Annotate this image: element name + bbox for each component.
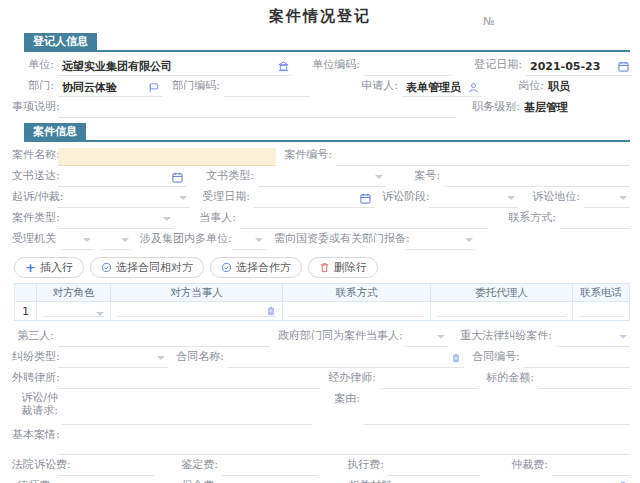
firm-label: 外聘律所:: [12, 370, 58, 389]
lawyer-fee-input[interactable]: [58, 479, 154, 483]
registrant-row-2: 部门: 协同云体验 部门编码: 申请人: 表单管理员 岗位: 职员: [12, 76, 630, 97]
chevron-down-icon: [507, 196, 515, 200]
case-code-input[interactable]: [336, 148, 630, 166]
user-icon[interactable]: [468, 82, 479, 93]
level-value: 基层管理: [524, 100, 568, 115]
party-input[interactable]: [240, 211, 488, 229]
clipboard-icon[interactable]: [451, 353, 461, 363]
chevron-down-icon: [163, 217, 171, 221]
agent-cell: [431, 301, 573, 320]
select-icon: [221, 262, 232, 273]
contract-code-input[interactable]: [524, 350, 630, 368]
sue-select[interactable]: [58, 190, 190, 208]
organ-select-1[interactable]: [62, 232, 94, 250]
case-name-row: 案件名称: 案件编号:: [12, 145, 630, 166]
doc-row: 文书送达: 文书类型: 案号:: [12, 166, 630, 187]
role-select[interactable]: [43, 304, 104, 317]
organ-select-2[interactable]: [100, 232, 132, 250]
pick-counterparty-button[interactable]: 选择合同相对方: [90, 257, 204, 278]
case-no-input[interactable]: [444, 169, 630, 187]
clipboard-icon[interactable]: [266, 306, 276, 316]
arbitration-fee-input[interactable]: [552, 458, 630, 476]
applicant-input[interactable]: 表单管理员: [402, 79, 482, 97]
cause-textarea[interactable]: [364, 389, 630, 425]
reg-date-input[interactable]: 2021-05-23: [526, 58, 632, 76]
department-icon[interactable]: [148, 82, 159, 93]
handling-lawyer-input[interactable]: [380, 371, 478, 389]
report-select[interactable]: [406, 232, 476, 250]
building-icon[interactable]: [278, 61, 289, 72]
role-cell: [37, 301, 111, 320]
handling-lawyer-label: 经办律师:: [328, 370, 380, 389]
calendar-icon[interactable]: [618, 61, 629, 72]
major-case-select[interactable]: [556, 329, 630, 347]
section-tab-registrant: 登记人信息: [24, 33, 97, 50]
party-name-input[interactable]: [117, 304, 276, 317]
row-contact-input[interactable]: [289, 304, 424, 317]
cause-label: 案由:: [330, 389, 364, 425]
phone-input[interactable]: [579, 304, 623, 317]
position-select[interactable]: [584, 190, 630, 208]
calendar-icon[interactable]: [360, 193, 371, 204]
gov-party-label: 政府部门同为案件当事人:: [278, 328, 404, 347]
dept-input[interactable]: 协同云体验: [58, 79, 162, 97]
pick-partner-button[interactable]: 选择合作方: [210, 257, 302, 278]
lawyer-row: 外聘律所: 经办律师: 标的金额:: [12, 368, 630, 389]
contract-name-input[interactable]: [228, 350, 464, 368]
firm-input[interactable]: [58, 371, 320, 389]
contract-name-label: 合同名称:: [176, 349, 228, 368]
report-label: 需向国资委或有关部门报备:: [274, 231, 406, 250]
note-input[interactable]: [58, 100, 456, 118]
chevron-down-icon: [375, 175, 383, 179]
facts-textarea[interactable]: [58, 425, 630, 455]
case-type-select[interactable]: [58, 211, 174, 229]
chevron-down-icon: [121, 238, 129, 242]
trash-icon: [319, 262, 330, 273]
contact-cell: [283, 301, 431, 320]
plus-icon: +: [25, 261, 36, 274]
contact-input[interactable]: [560, 211, 630, 229]
facts-row: 基本案情:: [12, 425, 630, 455]
parties-table: 对方角色 对方当事人 联系方式 委托代理人 联系电话 1: [14, 283, 630, 321]
dept-label: 部门:: [12, 78, 58, 97]
dispute-type-select[interactable]: [58, 350, 168, 368]
section-case: 案件信息: [24, 123, 630, 142]
insert-row-button[interactable]: + 插入行: [14, 257, 84, 278]
materials-input[interactable]: [400, 479, 630, 483]
doc-type-select[interactable]: [258, 169, 386, 187]
unit-code-input[interactable]: [364, 58, 452, 76]
multi-unit-select[interactable]: [232, 232, 266, 250]
chevron-down-icon: [619, 196, 627, 200]
gov-party-select[interactable]: [404, 329, 448, 347]
dept-value: 协同云体验: [62, 80, 117, 95]
chevron-down-icon: [157, 356, 165, 360]
execution-fee-label: 执行费:: [344, 457, 388, 476]
unit-code-label: 单位编码:: [306, 57, 364, 76]
dispute-type-label: 纠纷类型:: [12, 349, 58, 368]
facts-label: 基本案情:: [12, 425, 58, 455]
case-name-label: 案件名称:: [12, 147, 58, 166]
amount-input[interactable]: [538, 371, 630, 389]
preservation-fee-input[interactable]: [222, 479, 318, 483]
third-party-input[interactable]: [58, 329, 270, 347]
accept-date-input[interactable]: [254, 190, 374, 208]
claim-textarea[interactable]: [62, 389, 312, 425]
multi-unit-label: 涉及集团内多单位:: [140, 231, 232, 250]
chevron-down-icon: [179, 196, 187, 200]
calendar-icon[interactable]: [172, 172, 183, 183]
sue-row: 起诉/仲裁: 受理日期: 诉讼阶段: 诉讼地位:: [12, 187, 630, 208]
doc-delivery-input[interactable]: [58, 169, 186, 187]
appraisal-fee-input[interactable]: [222, 458, 318, 476]
stage-select[interactable]: [428, 190, 518, 208]
unit-input[interactable]: 远望实业集团有限公司: [58, 58, 292, 76]
accept-date-label: 受理日期:: [200, 189, 254, 208]
case-name-input[interactable]: [58, 148, 276, 166]
dept-code-input[interactable]: [224, 79, 310, 97]
execution-fee-input[interactable]: [388, 458, 480, 476]
delete-row-button[interactable]: 删除行: [308, 257, 378, 278]
agent-input[interactable]: [437, 304, 566, 317]
pick-partner-label: 选择合作方: [236, 260, 291, 275]
party-label: 当事人:: [194, 210, 240, 229]
appraisal-fee-label: 鉴定费:: [178, 457, 222, 476]
court-fee-input[interactable]: [58, 458, 154, 476]
